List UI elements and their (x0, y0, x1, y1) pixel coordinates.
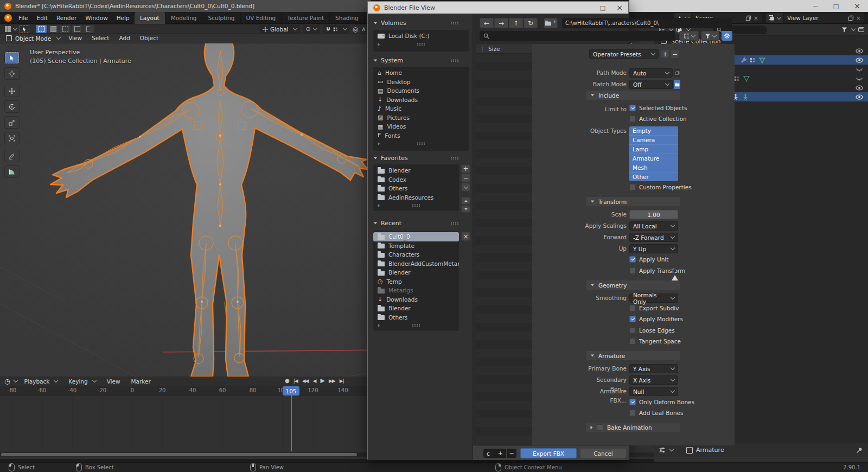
recent-section-header[interactable]: Recent (373, 220, 401, 227)
menu-edit[interactable]: Edit (33, 12, 52, 24)
recent-item[interactable]: Characters (373, 250, 459, 259)
new-folder-button[interactable]: + (544, 18, 558, 28)
select-mode-subtract[interactable] (60, 25, 71, 33)
nav-back-button[interactable]: ← (480, 18, 494, 28)
scrollbar-thumb[interactable] (1, 453, 357, 456)
operator-presets-dropdown[interactable]: Operator Presets (589, 49, 659, 59)
select-mode-extend[interactable] (48, 25, 59, 33)
viewlayer-name-field[interactable]: View Layer × (784, 13, 864, 23)
preset-add-button[interactable]: + (661, 49, 669, 59)
timeline-menu-keying[interactable]: Keying (64, 375, 100, 387)
favorite-item[interactable]: Codex (373, 175, 459, 184)
system-item[interactable]: ⌂Home (373, 68, 469, 78)
minimize-button[interactable]: — (805, 0, 826, 12)
viewlayer-type-button[interactable] (766, 13, 783, 23)
object-type-camera[interactable]: Camera (629, 135, 678, 144)
viewport-menu-object[interactable]: Object (136, 34, 163, 43)
play-reverse-button[interactable]: ◀ (313, 378, 316, 384)
armature-section-header[interactable]: Armature (586, 351, 680, 360)
next-keyframe-button[interactable]: ▶▶ (329, 378, 335, 384)
object-type-empty[interactable]: Empty (629, 126, 678, 135)
jump-start-button[interactable]: |◀ (293, 378, 298, 384)
only-deform-bones-checkbox[interactable]: Only Deform Bones (629, 399, 694, 405)
pivot-dropdown[interactable]: ⊙ (303, 25, 320, 33)
system-item[interactable]: ▦Videos (373, 122, 469, 131)
system-item[interactable]: ♪Music (373, 104, 469, 113)
timeline-editor-type-button[interactable]: ◷ (4, 378, 17, 385)
object-type-lamp[interactable]: Lamp (629, 144, 678, 154)
playhead[interactable] (291, 396, 292, 451)
recent-item-selected[interactable]: Cult0_0 (373, 232, 459, 241)
visibility-eye-closed-icon[interactable] (856, 76, 863, 81)
file-list-header[interactable]: Size (476, 44, 532, 54)
filename-decrement[interactable]: − (507, 449, 516, 458)
current-frame-badge[interactable]: 105 (283, 386, 299, 396)
active-collection-checkbox[interactable]: Active Collection (629, 116, 687, 122)
tool-transform[interactable] (4, 132, 20, 144)
copy-scene-icon[interactable] (745, 15, 751, 21)
bake-animation-header[interactable]: Bake Animation (586, 423, 680, 432)
system-item[interactable]: ▭Desktop (373, 78, 469, 87)
file-search-field[interactable] (480, 31, 675, 41)
cancel-button[interactable]: Cancel (580, 448, 627, 458)
tool-measure[interactable] (4, 165, 20, 178)
volumes-section-header[interactable]: Volumes (373, 20, 406, 27)
dialog-restore-button[interactable]: □ (595, 2, 611, 14)
tool-rotate[interactable] (4, 100, 20, 113)
viewport-menu-view[interactable]: View (64, 34, 86, 43)
favorite-move-down-button[interactable] (461, 205, 470, 213)
timeline-menu-playback[interactable]: Playback (20, 375, 62, 387)
favorite-remove-button[interactable]: − (461, 174, 470, 182)
visibility-eye-icon[interactable] (856, 48, 863, 54)
nav-up-button[interactable]: ↑ (509, 18, 523, 28)
selected-objects-checkbox[interactable]: Selected Objects (629, 105, 687, 111)
smoothing-dropdown[interactable]: Normals Only (629, 294, 678, 303)
tab-modeling[interactable]: Modeling (165, 12, 203, 24)
filename-increment[interactable]: + (498, 450, 503, 457)
export-subdivision-checkbox[interactable]: Export Subdivision Su (629, 305, 679, 311)
armature-fbx-dropdown[interactable]: Null (629, 387, 678, 396)
close-button[interactable]: × (846, 0, 868, 12)
select-mode-intersect[interactable] (84, 25, 94, 33)
viewport-menu-select[interactable]: Select (87, 34, 113, 43)
filename-field[interactable]: c + (483, 449, 506, 458)
favorite-add-button[interactable]: + (461, 164, 470, 173)
tab-sculpting[interactable]: Sculpting (202, 12, 240, 24)
orientation-dropdown[interactable]: Global (259, 25, 300, 33)
filter-button[interactable] (701, 31, 719, 41)
system-item[interactable]: FFonts (373, 131, 469, 141)
visibility-eye-icon[interactable] (856, 58, 863, 63)
falloff-icon[interactable]: ∧ (361, 25, 366, 33)
recent-item[interactable]: BlenderAddCustomMetarig (373, 259, 459, 269)
tool-cursor[interactable] (4, 67, 20, 80)
apply-unit-checkbox[interactable]: Apply Unit (629, 256, 668, 263)
tool-select-box[interactable] (4, 52, 20, 64)
geometry-section-header[interactable]: Geometry (586, 280, 680, 290)
include-section-header[interactable]: Include (586, 91, 680, 100)
favorite-item[interactable]: Others (373, 184, 459, 193)
embed-textures-button[interactable] (674, 68, 680, 78)
tab-texture-paint[interactable]: Texture Paint (282, 12, 330, 24)
file-list[interactable] (476, 54, 532, 445)
batch-mode-dropdown[interactable]: Off (629, 80, 673, 89)
outliner-filter-button[interactable] (841, 27, 855, 33)
nav-forward-button[interactable]: → (494, 18, 508, 28)
system-item[interactable]: ▤Documents (373, 86, 469, 95)
recent-item[interactable]: Blender (373, 268, 459, 277)
timeline-menu-marker[interactable]: Marker (127, 375, 155, 387)
dialog-close-button[interactable]: × (611, 2, 628, 14)
restore-button[interactable]: □ (826, 0, 846, 12)
properties-editor-type[interactable] (659, 447, 673, 454)
visibility-eye-icon[interactable] (856, 94, 863, 100)
tangent-space-checkbox[interactable]: Tangent Space (629, 338, 681, 345)
favorite-item[interactable]: AedinResources (373, 193, 459, 202)
recent-item[interactable]: Blender (373, 304, 459, 313)
nav-refresh-button[interactable]: ↻ (524, 18, 538, 28)
menu-help[interactable]: Help (112, 12, 134, 24)
system-item[interactable]: ↓Downloads (373, 95, 469, 105)
favorite-move-up-button[interactable] (461, 197, 470, 205)
forward-dropdown[interactable]: -Z Forward (629, 233, 678, 242)
path-field[interactable]: C:\wHiteRabbiT\..aracters\Cult0_0\ (562, 18, 732, 28)
custom-properties-checkbox[interactable]: Custom Properties (629, 184, 692, 190)
object-type-mesh[interactable]: Mesh (629, 163, 678, 172)
